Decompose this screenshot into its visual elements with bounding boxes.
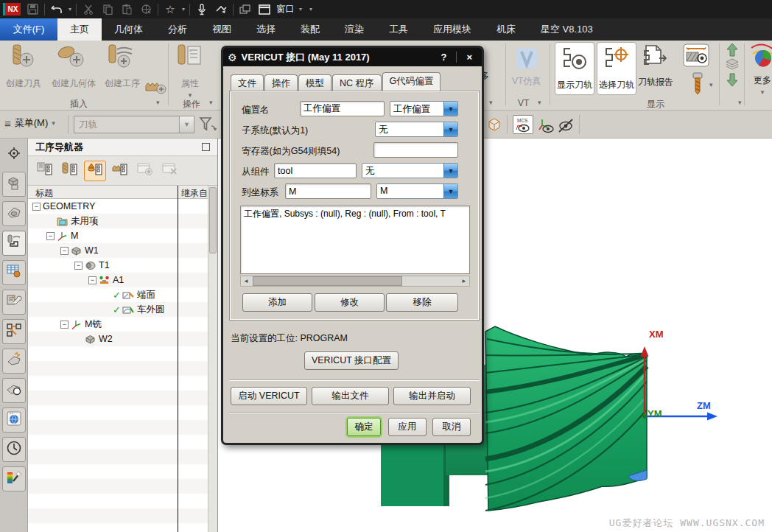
filter-undo-icon[interactable] (199, 116, 217, 133)
move-down-icon[interactable] (726, 73, 739, 90)
quickaccess-overflow-icon[interactable]: ▾ (309, 6, 312, 13)
assembly-blocks-button[interactable] (2, 172, 26, 197)
tree-row[interactable] (28, 405, 217, 420)
add-button[interactable]: 添加 (242, 293, 312, 312)
clamp-part-button[interactable] (2, 201, 26, 226)
expander-icon[interactable]: − (60, 247, 69, 255)
operation-group-dropdown-icon[interactable]: ▾ (209, 99, 213, 106)
offset-name-input[interactable] (300, 101, 385, 116)
expander-icon[interactable]: − (88, 276, 96, 284)
more-right-button[interactable]: 更多 ▾ (750, 42, 772, 96)
tree-row[interactable] (28, 494, 217, 508)
scroll-left-icon[interactable]: ◄ (241, 276, 251, 286)
ribbon-tab[interactable]: 机床 (484, 18, 528, 41)
dialog-tab[interactable]: 模型 (298, 74, 331, 91)
show-csys-icon[interactable] (538, 116, 555, 134)
tree-row[interactable]: −M铣 (28, 317, 217, 332)
list-horizontal-scrollbar[interactable]: ◄ ► (240, 276, 470, 287)
favorites-star-icon[interactable]: ☆ (163, 3, 178, 16)
microphone-icon[interactable] (194, 3, 209, 16)
from-component-combo[interactable]: 无▼ (362, 163, 458, 178)
delete-view-button[interactable] (159, 161, 181, 181)
apply-button[interactable]: 应用 (388, 418, 427, 436)
from-component-input[interactable] (274, 163, 357, 178)
gear-target-button[interactable] (2, 142, 26, 167)
undo-icon[interactable] (49, 3, 64, 16)
expander-icon[interactable]: − (60, 321, 69, 329)
ribbon-tab[interactable]: 工具 (376, 18, 421, 41)
column-inherit[interactable]: 继承自 (181, 187, 208, 200)
ribbon-tab[interactable]: 渲染 (332, 18, 376, 41)
program-order-view-button[interactable] (34, 161, 56, 181)
create-operation-button[interactable]: 创建工序 (105, 43, 140, 90)
undo-dropdown-icon[interactable]: ▾ (69, 6, 71, 13)
ribbon-tab[interactable]: 视图 (200, 18, 244, 41)
create-tool-button[interactable]: 创建刀具 (6, 43, 41, 90)
ribbon-tab[interactable]: 分析 (155, 18, 200, 41)
layers-icon[interactable] (726, 58, 739, 73)
navigator-scrollbar[interactable] (208, 186, 217, 532)
wave-tool-icon[interactable] (144, 76, 166, 98)
touch-gesture-icon[interactable] (214, 3, 228, 16)
tree-row[interactable] (28, 435, 217, 449)
tree-row[interactable] (28, 391, 217, 405)
property-button[interactable]: 属性 ▾ (175, 43, 205, 99)
tree-row[interactable]: −W1 (28, 243, 217, 258)
node-link-button[interactable] (2, 319, 26, 344)
operation-navigator-button[interactable] (2, 231, 26, 256)
menu-button[interactable]: ≡ 菜单(M) ▾ (4, 116, 55, 130)
ribbon-tab[interactable]: 装配 (288, 18, 332, 41)
tree-row[interactable] (28, 376, 217, 391)
tree-row[interactable]: ✓车外圆 (28, 302, 217, 317)
display-group-dropdown-icon[interactable]: ▾ (738, 99, 742, 106)
vt-sim-button[interactable]: VT仿真 (512, 46, 541, 88)
ribbon-tab[interactable]: 几何体 (102, 18, 155, 41)
subsystem-combo[interactable]: 无▼ (375, 122, 458, 137)
tree-row[interactable]: W2 (28, 332, 217, 346)
copy-icon[interactable] (100, 3, 115, 16)
screw-dropdown-icon[interactable]: ▾ (709, 81, 713, 88)
machining-method-view-button[interactable] (109, 161, 131, 181)
vt-group-dropdown-icon[interactable]: ▾ (538, 99, 541, 106)
feature-table-button[interactable] (2, 260, 26, 285)
launch-vericut-button[interactable]: 启动 VERICUT (231, 387, 307, 405)
to-csys-input[interactable] (285, 183, 371, 199)
move-up-icon[interactable] (726, 43, 739, 60)
measure-part-button[interactable] (2, 349, 26, 374)
remove-button[interactable]: 移除 (386, 293, 458, 312)
window-icon[interactable] (257, 3, 272, 16)
tab-file[interactable]: 文件(F) (0, 18, 57, 41)
group-dropdown-icon[interactable]: ▾ (489, 99, 493, 106)
to-csys-combo[interactable]: M▼ (376, 183, 458, 199)
tree-row[interactable] (28, 361, 217, 376)
part-search-button[interactable] (2, 378, 26, 403)
output-and-launch-button[interactable]: 输出并启动 (393, 387, 471, 405)
hide-icon[interactable] (557, 116, 575, 134)
modify-button[interactable]: 修改 (315, 293, 385, 312)
view-cube-icon[interactable] (486, 116, 502, 133)
geometry-view-button[interactable] (84, 161, 106, 181)
show-mcs-icon[interactable]: MCS (513, 115, 533, 134)
ribbon-tab[interactable]: 主页 (57, 18, 102, 41)
scroll-thumb[interactable] (253, 276, 402, 286)
scroll-track[interactable] (251, 276, 459, 286)
visualization-wand-button[interactable] (2, 466, 26, 491)
dialog-help-button[interactable]: ? (435, 52, 452, 63)
dialog-close-button[interactable]: × (461, 52, 477, 63)
scrollbar-thumb[interactable] (209, 187, 217, 253)
history-clock-button[interactable] (2, 437, 26, 462)
select-toolpath-button[interactable]: 选择刀轨 (597, 42, 636, 95)
dialog-tab[interactable]: NC 程序 (332, 74, 382, 91)
offset-list[interactable]: 工作偏置, Subsys : (null), Reg : (null), Fro… (240, 206, 470, 274)
tree-row[interactable]: −A1 (28, 273, 217, 287)
tree-row[interactable] (28, 523, 217, 532)
tree-row[interactable]: −GEOMETRY (28, 199, 217, 214)
register-input[interactable] (373, 142, 458, 158)
vericut-config-button[interactable]: VERICUT 接口配置 (304, 351, 399, 370)
tree-row[interactable]: −T1 (28, 258, 217, 273)
expander-icon[interactable]: − (46, 232, 55, 240)
workpiece-visibility-icon[interactable] (681, 42, 711, 71)
dialog-tab[interactable]: 操作 (264, 74, 298, 91)
tree-row[interactable] (28, 479, 217, 494)
offset-name-combo[interactable]: 工作偏置▼ (390, 101, 458, 116)
